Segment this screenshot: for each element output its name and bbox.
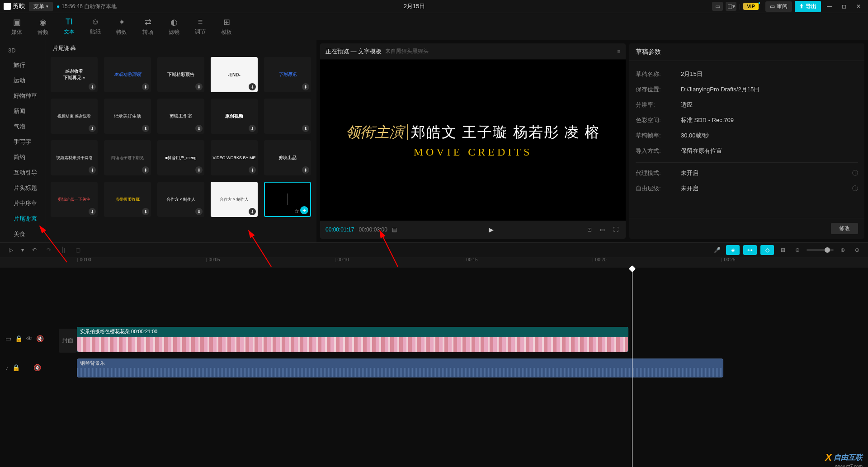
tool-tab-转场[interactable]: ⇄转场 <box>135 13 161 40</box>
vip-badge[interactable]: VIP <box>743 3 759 10</box>
category-item[interactable]: 旅行 <box>0 57 45 73</box>
category-item[interactable]: 运动 <box>0 73 45 88</box>
review-button[interactable]: ▭ 审阅 <box>765 1 792 12</box>
zoom-out-icon[interactable]: ⊖ <box>792 245 803 255</box>
cover-label[interactable]: 封面 <box>59 329 77 353</box>
download-icon[interactable]: ⬇ <box>142 166 149 174</box>
template-item[interactable]: 视频结束 感谢观看⬇ <box>51 99 98 134</box>
download-icon[interactable]: ⬇ <box>249 125 256 132</box>
redo-button[interactable]: ↷ <box>43 245 54 255</box>
template-item[interactable]: 剪映工作室⬇ <box>157 99 204 134</box>
track-menu-icon[interactable]: ▭ <box>5 335 11 342</box>
category-item[interactable]: 新闻 <box>0 104 45 119</box>
category-item[interactable]: 互动引导 <box>0 165 45 180</box>
template-item[interactable]: ☆+ <box>264 182 311 217</box>
ratio-icon[interactable]: ▭ <box>598 226 607 233</box>
tool-tab-贴纸[interactable]: ☺贴纸 <box>82 13 108 40</box>
frame-icon[interactable]: ⊡ <box>585 226 594 233</box>
category-item[interactable]: 手写字 <box>0 134 45 150</box>
template-item[interactable]: 视频素材来源于网络⬇ <box>51 140 98 175</box>
tool-tab-调节[interactable]: ≡调节 <box>187 13 213 40</box>
zoom-slider[interactable] <box>807 249 834 251</box>
align-icon[interactable]: ⊞ <box>778 245 788 255</box>
template-item[interactable]: 记录美好生活⬇ <box>104 99 151 134</box>
category-3d[interactable]: 3D <box>0 43 45 57</box>
download-icon[interactable]: ⬇ <box>249 208 256 215</box>
pointer-tool[interactable]: ▷ <box>5 245 16 255</box>
download-icon[interactable]: ⬇ <box>195 208 203 215</box>
zoom-in-icon[interactable]: ⊕ <box>837 245 848 255</box>
magnet-link-icon[interactable]: ⊶ <box>743 245 757 255</box>
undo-button[interactable]: ↶ <box>29 245 40 255</box>
export-button[interactable]: ⬆ 导出 <box>795 1 821 12</box>
favorite-icon[interactable]: ☆ <box>294 208 299 214</box>
category-item[interactable]: 气泡 <box>0 119 45 134</box>
template-item[interactable]: 合作方 × 制作人⬇ <box>157 182 204 217</box>
tool-tab-音频[interactable]: ◉音频 <box>30 13 56 40</box>
template-item[interactable]: 下期精彩预告⬇ <box>157 57 204 92</box>
zoom-fit-icon[interactable]: ⊙ <box>852 245 863 255</box>
download-icon[interactable]: ⬇ <box>195 125 203 132</box>
track-lock-icon[interactable]: 🔒 <box>15 335 23 342</box>
download-icon[interactable]: ⬇ <box>142 83 149 90</box>
tool-tab-特效[interactable]: ✦特效 <box>108 13 135 40</box>
template-item[interactable]: 本期精彩回顾⬇ <box>104 57 151 92</box>
magnet-main-icon[interactable]: ◈ <box>726 245 740 255</box>
template-item[interactable]: 下期再见⬇ <box>264 57 311 92</box>
preview-canvas[interactable]: 领衔主演 郑皓文 王子璇 杨若彤 凌 榕 MOVIE CREDITS <box>320 60 626 221</box>
track-mute-icon[interactable]: 🔇 <box>33 364 41 371</box>
template-item[interactable]: 剪辑难点一下关注⬇ <box>51 182 98 217</box>
track-menu-icon[interactable]: ♪ <box>5 364 9 371</box>
play-button[interactable]: ▶ <box>401 226 581 233</box>
category-item[interactable]: 片头标题 <box>0 180 45 196</box>
template-item[interactable]: 合作方 × 制作人⬇ <box>211 182 258 217</box>
timeline-ruler[interactable]: 00:0000:0500:1000:1500:2000:25 <box>0 257 868 268</box>
template-item[interactable]: ⬇ <box>264 99 311 134</box>
window-close[interactable]: ✕ <box>853 2 864 11</box>
tool-tab-文本[interactable]: TI文本 <box>56 13 82 40</box>
track-lock-icon[interactable]: 🔒 <box>12 364 20 371</box>
delete-button[interactable]: ▢ <box>72 245 83 255</box>
download-icon[interactable]: ⬇ <box>249 83 256 90</box>
magnet-track-icon[interactable]: ◇ <box>760 245 774 255</box>
modify-button[interactable]: 修改 <box>831 223 858 234</box>
add-template-icon[interactable]: + <box>300 206 308 214</box>
download-icon[interactable]: ⬇ <box>249 166 256 174</box>
window-minimize[interactable]: ― <box>824 2 835 11</box>
split-button[interactable]: ⎮[ <box>58 245 69 255</box>
pointer-dropdown[interactable]: ▾ <box>20 245 25 255</box>
timeline-tracks[interactable]: ▭ 🔒 👁 🔇 ♪ 🔒 🔇 封面 实景拍摄粉色樱花花朵 00:00:21:00 … <box>0 268 868 467</box>
download-icon[interactable]: ⬇ <box>142 208 149 215</box>
category-item[interactable]: 简约 <box>0 150 45 165</box>
template-item[interactable]: 点赞投币收藏⬇ <box>104 182 151 217</box>
playhead[interactable] <box>632 268 632 467</box>
tool-tab-滤镜[interactable]: ◐滤镜 <box>161 13 187 40</box>
tool-tab-模板[interactable]: ⊞模板 <box>213 13 240 40</box>
main-menu-button[interactable]: 菜单 ▾ <box>29 2 53 11</box>
preview-menu-icon[interactable]: ≡ <box>617 48 620 55</box>
audio-clip[interactable]: 钢琴背景乐 <box>77 359 723 377</box>
window-maximize[interactable]: ◻ <box>838 2 850 11</box>
tool-tab-媒体[interactable]: ▣媒体 <box>4 13 30 40</box>
download-icon[interactable]: ⬇ <box>89 125 96 132</box>
category-item[interactable]: 美食 <box>0 226 45 242</box>
video-clip[interactable]: 实景拍摄粉色樱花花朵 00:00:21:00 <box>77 327 628 352</box>
template-item[interactable]: -END-⬇ <box>211 57 258 92</box>
download-icon[interactable]: ⬇ <box>195 166 203 174</box>
download-icon[interactable]: ⬇ <box>302 166 309 174</box>
download-icon[interactable]: ⬇ <box>89 208 96 215</box>
panel-icon[interactable]: ◫▾ <box>726 2 736 11</box>
track-mute-icon[interactable]: 🔇 <box>36 335 44 342</box>
category-item[interactable]: 片尾谢幕 <box>0 211 45 226</box>
template-item[interactable]: VIDEO WORKS BY ME⬇ <box>211 140 258 175</box>
template-item[interactable]: 原创视频⬇ <box>211 99 258 134</box>
download-icon[interactable]: ⬇ <box>89 83 96 90</box>
mic-record-icon[interactable]: 🎤 <box>712 245 722 255</box>
category-item[interactable]: 片中序章 <box>0 196 45 211</box>
compare-icon[interactable]: ▤ <box>392 226 397 233</box>
template-item[interactable]: 剪映出品⬇ <box>264 140 311 175</box>
template-item[interactable]: ■抖音用户_meng⬇ <box>157 140 204 175</box>
fullscreen-icon[interactable]: ⛶ <box>611 226 620 233</box>
download-icon[interactable]: ⬇ <box>195 83 203 90</box>
download-icon[interactable]: ⬇ <box>302 83 309 90</box>
